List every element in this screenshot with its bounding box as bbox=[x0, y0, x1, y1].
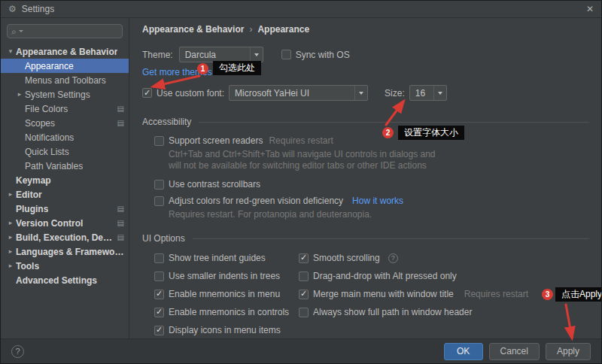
checkbox-label: Use contrast scrollbars bbox=[169, 179, 260, 190]
checkbox-box[interactable] bbox=[154, 271, 164, 281]
breadcrumb-section[interactable]: Appearance & Behavior bbox=[142, 24, 244, 35]
ui-options-grid: Show tree indent guides Smooth scrolling… bbox=[154, 252, 589, 336]
checkbox-label: Always show full path in window header bbox=[313, 307, 472, 317]
sidebar-item-advanced-settings[interactable]: Advanced Settings bbox=[1, 273, 129, 287]
display-icons-menu-items-checkbox[interactable]: Display icons in menu items bbox=[154, 324, 299, 336]
screen-readers-description: Ctrl+Tab and Ctrl+Shift+Tab will navigat… bbox=[169, 149, 589, 160]
sidebar-item-label: Plugins bbox=[16, 204, 48, 214]
sidebar-item-build-execution-deployment[interactable]: ▸ Build, Execution, Deployment ▤ bbox=[1, 230, 129, 244]
appearance-settings-panel: Theme: Darcula Sync with OS Get more the… bbox=[130, 41, 601, 338]
mnemonics-controls-checkbox[interactable]: Enable mnemonics in controls bbox=[154, 306, 299, 318]
settings-sidebar: ⌕ ▾ Appearance & Behavior Appearance Men… bbox=[1, 18, 129, 338]
font-family-select[interactable]: Microsoft YaHei UI bbox=[229, 85, 368, 101]
cancel-button[interactable]: Cancel bbox=[489, 343, 540, 360]
chevron-right-icon[interactable]: ▸ bbox=[5, 248, 16, 255]
checkbox-box[interactable] bbox=[154, 308, 164, 317]
chevron-right-icon[interactable]: ▸ bbox=[14, 91, 25, 98]
sidebar-item-keymap[interactable]: Keymap bbox=[1, 173, 129, 187]
apply-button[interactable]: Apply bbox=[546, 343, 591, 360]
sidebar-item-system-settings[interactable]: ▸ System Settings bbox=[1, 87, 129, 102]
settings-tree: ▾ Appearance & Behavior Appearance Menus… bbox=[1, 44, 129, 287]
sidebar-item-label: Advanced Settings bbox=[16, 275, 97, 286]
checkbox-box[interactable] bbox=[281, 50, 291, 59]
font-size-select[interactable]: 16 bbox=[409, 85, 447, 101]
chevron-down-icon[interactable] bbox=[250, 47, 263, 62]
search-icon: ⌕ bbox=[11, 27, 17, 36]
full-path-window-header-checkbox[interactable]: Always show full path in window header bbox=[299, 306, 589, 318]
sidebar-item-notifications[interactable]: Notifications bbox=[1, 130, 129, 144]
checkbox-box[interactable] bbox=[154, 253, 164, 263]
theme-select[interactable]: Darcula bbox=[179, 47, 263, 62]
sidebar-item-path-variables[interactable]: Path Variables bbox=[1, 159, 129, 173]
sidebar-item-file-colors[interactable]: File Colors ▤ bbox=[1, 102, 129, 116]
requires-restart-hint: Requires restart bbox=[464, 289, 528, 299]
chevron-down-icon[interactable] bbox=[354, 86, 367, 100]
use-custom-font-checkbox[interactable]: Use custom font: bbox=[142, 87, 224, 99]
use-contrast-scrollbars-checkbox[interactable]: Use contrast scrollbars bbox=[154, 178, 260, 190]
mnemonics-menu-checkbox[interactable]: Enable mnemonics in menu bbox=[154, 288, 299, 300]
sidebar-item-tools[interactable]: ▸ Tools bbox=[1, 259, 129, 273]
checkbox-box[interactable] bbox=[299, 253, 309, 263]
help-icon[interactable]: ? bbox=[388, 253, 398, 263]
list-icon: ▤ bbox=[117, 220, 126, 227]
adjust-red-green-checkbox[interactable]: Adjust colors for red-green vision defic… bbox=[154, 195, 343, 207]
checkbox-label: Smooth scrolling bbox=[313, 253, 380, 263]
sidebar-item-editor[interactable]: ▸ Editor bbox=[1, 187, 129, 202]
settings-search-input[interactable] bbox=[26, 26, 118, 37]
sidebar-item-version-control[interactable]: ▸ Version Control ▤ bbox=[1, 216, 129, 230]
chevron-down-icon[interactable] bbox=[433, 86, 446, 100]
checkbox-label: Use custom font: bbox=[157, 88, 224, 99]
checkbox-box[interactable] bbox=[154, 326, 164, 335]
how-it-works-link[interactable]: How it works bbox=[352, 196, 403, 206]
section-ui-options: UI Options bbox=[142, 232, 589, 244]
red-green-description: Requires restart. For protanopia and deu… bbox=[169, 209, 589, 220]
sidebar-item-label: Quick Lists bbox=[25, 147, 69, 157]
sidebar-item-label: Version Control bbox=[16, 218, 83, 229]
checkbox-box[interactable] bbox=[299, 271, 309, 281]
checkbox-label: Adjust colors for red-green vision defic… bbox=[169, 196, 343, 206]
checkbox-box[interactable] bbox=[154, 290, 164, 299]
show-tree-indent-guides-checkbox[interactable]: Show tree indent guides bbox=[154, 252, 299, 264]
window-title: Settings bbox=[22, 4, 54, 14]
screen-readers-row: Support screen readers Requires restart bbox=[154, 135, 589, 147]
list-icon: ▤ bbox=[117, 205, 126, 213]
chevron-right-icon[interactable]: ▸ bbox=[5, 191, 16, 198]
drag-drop-alt-checkbox[interactable]: Drag-and-drop with Alt pressed only bbox=[299, 270, 589, 282]
annotation-label-3: 点击Apply bbox=[555, 287, 602, 302]
checkbox-box[interactable] bbox=[154, 136, 164, 146]
breadcrumb: Appearance & Behavior › Appearance bbox=[130, 18, 601, 41]
chevron-down-icon[interactable]: ▾ bbox=[5, 48, 16, 55]
sidebar-item-menus-toolbars[interactable]: Menus and Toolbars bbox=[1, 73, 129, 87]
checkbox-box[interactable] bbox=[299, 308, 309, 317]
search-box[interactable]: ⌕ bbox=[7, 24, 123, 38]
contrast-scrollbars-row: Use contrast scrollbars bbox=[154, 178, 589, 190]
section-accessibility: Accessibility bbox=[142, 116, 589, 128]
smaller-indents-checkbox[interactable]: Use smaller indents in trees bbox=[154, 270, 299, 282]
titlebar: ⚙ Settings ✕ bbox=[1, 1, 601, 18]
sidebar-item-quick-lists[interactable]: Quick Lists bbox=[1, 144, 129, 159]
sidebar-item-languages-frameworks[interactable]: ▸ Languages & Frameworks bbox=[1, 244, 129, 259]
chevron-right-icon[interactable]: ▸ bbox=[5, 262, 16, 269]
ok-button[interactable]: OK bbox=[444, 343, 483, 360]
checkbox-box[interactable] bbox=[154, 196, 164, 206]
dialog-footer: ? OK Cancel Apply bbox=[1, 338, 601, 363]
smooth-scrolling-checkbox[interactable]: Smooth scrolling ? bbox=[299, 252, 589, 264]
support-screen-readers-checkbox[interactable]: Support screen readers bbox=[154, 135, 263, 147]
sidebar-item-appearance-behavior[interactable]: ▾ Appearance & Behavior bbox=[1, 44, 129, 59]
section-divider bbox=[193, 238, 589, 239]
checkbox-box[interactable] bbox=[154, 180, 164, 190]
chevron-right-icon[interactable]: ▸ bbox=[5, 220, 16, 226]
checkbox-box[interactable] bbox=[299, 290, 309, 299]
sidebar-item-scopes[interactable]: Scopes ▤ bbox=[1, 116, 129, 130]
sidebar-item-appearance[interactable]: Appearance bbox=[1, 59, 129, 73]
sidebar-item-label: Path Variables bbox=[25, 161, 83, 171]
help-icon[interactable]: ? bbox=[11, 345, 24, 358]
sidebar-item-label: File Colors bbox=[25, 104, 68, 114]
checkbox-box[interactable] bbox=[142, 88, 152, 98]
section-title: UI Options bbox=[142, 233, 185, 244]
sidebar-item-plugins[interactable]: Plugins ▤ bbox=[1, 202, 129, 216]
chevron-right-icon[interactable]: ▸ bbox=[5, 234, 16, 241]
close-icon[interactable]: ✕ bbox=[586, 4, 594, 14]
checkbox-label: Merge main menu with window title bbox=[313, 289, 454, 299]
sync-with-os-checkbox[interactable]: Sync with OS bbox=[281, 49, 350, 61]
